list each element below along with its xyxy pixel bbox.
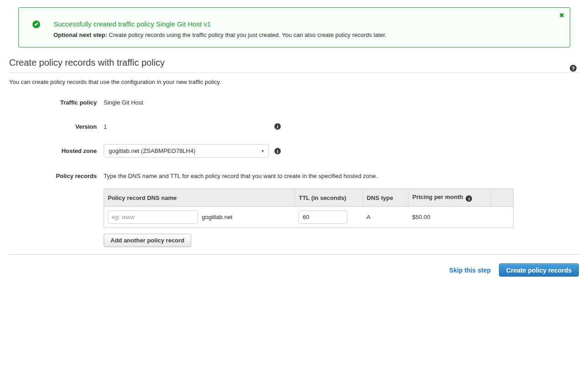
dns-name-input[interactable]: [108, 210, 198, 224]
pricing-cell: $50.00: [409, 207, 491, 228]
footer-actions: Skip this step Create policy records: [9, 263, 579, 277]
policy-records-table: Policy record DNS name TTL (in seconds) …: [104, 189, 514, 228]
ttl-cell: [295, 207, 363, 228]
ttl-input[interactable]: [299, 210, 347, 224]
policy-record-form: Traffic policy Single Git Host Version 1…: [9, 99, 579, 247]
banner-next-step-label: Optional next step:: [53, 31, 107, 38]
version-value: 1: [104, 123, 269, 130]
version-label: Version: [9, 123, 97, 130]
page-title: Create policy records with traffic polic…: [9, 58, 579, 68]
hosted-zone-row: Hosted zone gogitlab.net (ZSABMPEO78LH4)…: [9, 144, 579, 157]
create-policy-records-button[interactable]: Create policy records: [499, 263, 579, 277]
row-actions-cell: [491, 207, 514, 228]
add-policy-record-button[interactable]: Add another policy record: [104, 234, 191, 247]
page-header: Create policy records with traffic polic…: [9, 58, 579, 73]
version-info-icon[interactable]: i: [274, 123, 281, 130]
dns-suffix: gogitlab.net: [202, 214, 232, 220]
dns-type-cell: A: [363, 207, 409, 228]
help-icon[interactable]: ?: [570, 65, 577, 72]
banner-next-step: Optional next step: Create policy record…: [53, 31, 387, 38]
success-check-icon: ✔: [32, 21, 40, 28]
banner-title: Successfully created traffic policy Sing…: [53, 20, 211, 28]
page-description: You can create policy records that use t…: [9, 79, 579, 85]
header-ttl: TTL (in seconds): [295, 189, 363, 207]
header-pricing: Pricing per monthi: [409, 189, 491, 207]
traffic-policy-label: Traffic policy: [9, 99, 97, 106]
header-pricing-label: Pricing per month: [412, 194, 463, 200]
header-actions: [491, 189, 514, 207]
footer-divider: [9, 254, 579, 255]
hosted-zone-selected-value: gogitlab.net (ZSABMPEO78LH4): [109, 147, 262, 154]
hosted-zone-info-icon[interactable]: i: [274, 148, 281, 154]
table-row: gogitlab.net A $50.00: [104, 207, 514, 228]
policy-records-table-wrap: Policy record DNS name TTL (in seconds) …: [104, 189, 514, 247]
policy-records-description: Type the DNS name and TTL for each polic…: [104, 173, 514, 179]
success-banner: ✔ Successfully created traffic policy Si…: [18, 7, 570, 47]
dns-name-cell: gogitlab.net: [104, 207, 295, 228]
traffic-policy-row: Traffic policy Single Git Host: [9, 99, 579, 106]
traffic-policy-value: Single Git Host: [104, 99, 143, 106]
banner-next-step-text: Create policy records using the traffic …: [107, 31, 387, 38]
policy-records-row: Policy records Type the DNS name and TTL…: [9, 173, 579, 247]
policy-records-label: Policy records: [9, 173, 97, 179]
header-dns-name: Policy record DNS name: [104, 189, 295, 207]
chevron-down-icon: ▾: [262, 148, 264, 153]
pricing-info-icon[interactable]: i: [466, 195, 472, 202]
hosted-zone-select[interactable]: gogitlab.net (ZSABMPEO78LH4) ▾: [104, 144, 269, 157]
table-header-row: Policy record DNS name TTL (in seconds) …: [104, 189, 514, 207]
version-row: Version 1 i: [9, 123, 579, 130]
header-dns-type: DNS type: [363, 189, 409, 207]
main-content: Create policy records with traffic polic…: [0, 54, 588, 277]
close-icon[interactable]: ✖: [559, 12, 564, 19]
policy-records-content: Type the DNS name and TTL for each polic…: [104, 173, 514, 247]
hosted-zone-label: Hosted zone: [9, 144, 97, 154]
skip-this-step-link[interactable]: Skip this step: [449, 267, 491, 274]
